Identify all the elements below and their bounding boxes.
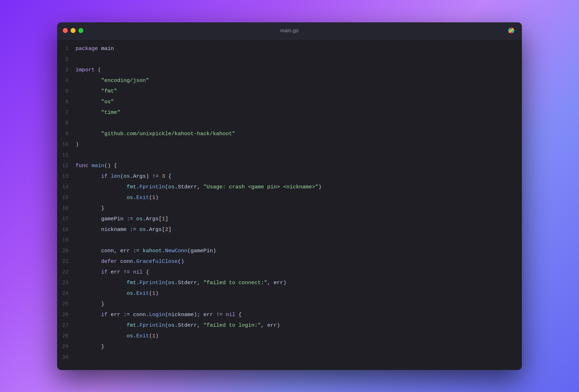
code-line-12: 12 func main() { <box>57 161 522 171</box>
window-title: main.go <box>280 28 299 33</box>
code-line-25: 25 } <box>57 299 522 310</box>
code-line-6: 6 "os" <box>57 97 522 107</box>
traffic-lights <box>63 28 83 33</box>
code-line-22: 22 if err != nil { <box>57 267 522 278</box>
code-line-1: 1 package main <box>57 44 522 54</box>
minimize-button[interactable] <box>71 28 76 33</box>
code-line-10: 10 ) <box>57 139 522 150</box>
code-line-23: 23 fmt.Fprintln(os.Stderr, "failed to co… <box>57 278 522 288</box>
code-line-9: 9 "github.com/unixpickle/kahoot-hack/kah… <box>57 129 522 139</box>
code-line-16: 16 } <box>57 203 522 214</box>
code-line-11: 11 <box>57 150 522 161</box>
code-line-2: 2 <box>57 54 522 65</box>
code-line-29: 29 } <box>57 342 522 352</box>
code-line-15: 15 os.Exit(1) <box>57 193 522 203</box>
code-content: 1 package main 2 3 import ( 4 "encoding/… <box>57 44 522 366</box>
code-line-26: 26 if err := conn.Login(nickname); err !… <box>57 310 522 320</box>
code-line-8: 8 <box>57 118 522 129</box>
code-line-5: 5 "fmt" <box>57 86 522 97</box>
editor-window: main.go 1 package <box>57 22 522 370</box>
code-line-14: 14 fmt.Fprintln(os.Stderr, "Usage: crash… <box>57 182 522 193</box>
code-line-13: 13 if len(os.Args) != 3 { <box>57 171 522 182</box>
code-line-18: 18 nickname := os.Args[2] <box>57 225 522 235</box>
code-editor[interactable]: 1 package main 2 3 import ( 4 "encoding/… <box>57 39 522 370</box>
code-line-30: 30 <box>57 352 522 363</box>
maximize-button[interactable] <box>78 28 83 33</box>
close-button[interactable] <box>63 28 68 33</box>
code-line-24: 24 os.Exit(1) <box>57 288 522 299</box>
code-line-7: 7 "time" <box>57 107 522 118</box>
code-line-19: 19 <box>57 235 522 246</box>
app-icon <box>506 26 516 35</box>
code-line-21: 21 defer conn.GracefulClose() <box>57 256 522 267</box>
code-line-28: 28 os.Exit(1) <box>57 331 522 342</box>
code-line-20: 20 conn, err := kahoot.NewConn(gamePin) <box>57 246 522 256</box>
titlebar: main.go <box>57 22 522 39</box>
code-line-17: 17 gamePin := os.Args[1] <box>57 214 522 225</box>
code-line-3: 3 import ( <box>57 65 522 76</box>
code-line-27: 27 fmt.Fprintln(os.Stderr, "failed to lo… <box>57 320 522 331</box>
code-line-4: 4 "encoding/json" <box>57 76 522 86</box>
